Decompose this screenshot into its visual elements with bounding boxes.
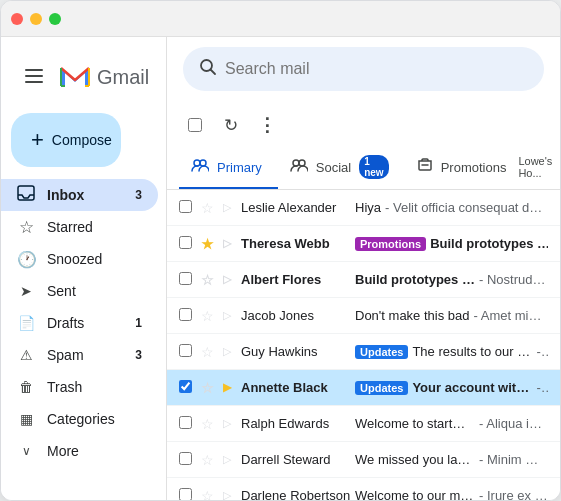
star-icon[interactable]: ☆ <box>201 416 219 432</box>
important-icon[interactable]: ▷ <box>223 273 237 286</box>
row-checkbox[interactable] <box>179 488 197 501</box>
sidebar-item-spam[interactable]: ⚠Spam3 <box>1 339 158 371</box>
email-subject: The results to our user testing <box>412 344 532 359</box>
important-icon[interactable]: ▷ <box>223 309 237 322</box>
important-icon[interactable]: ▷ <box>223 417 237 430</box>
social-tab-badge: 1 new <box>359 155 388 179</box>
email-row[interactable]: ☆ ▶ Annette Black Updates Your account w… <box>167 370 560 406</box>
email-row[interactable]: ☆ ▷ Darlene Robertson Welcome to our mai… <box>167 478 560 500</box>
email-snippet: - Non deserunt ullamco <box>536 380 548 395</box>
sidebar-item-sent[interactable]: ➤Sent <box>1 275 158 307</box>
window-minimize-dot[interactable] <box>30 13 42 25</box>
nav-badge-spam: 3 <box>135 348 142 362</box>
sidebar: Gmail + Compose Inbox3☆Starred🕐Snoozed➤S… <box>1 37 166 500</box>
social-tab-icon <box>290 158 308 176</box>
row-checkbox[interactable] <box>179 200 197 216</box>
search-input[interactable] <box>225 60 528 78</box>
window-close-dot[interactable] <box>11 13 23 25</box>
star-icon[interactable]: ☆ <box>201 200 219 216</box>
email-checkbox[interactable] <box>179 416 192 429</box>
sidebar-item-categories[interactable]: ▦Categories <box>1 403 158 435</box>
row-checkbox[interactable] <box>179 344 197 360</box>
email-checkbox[interactable] <box>179 380 192 393</box>
tab-social[interactable]: Social 1 new <box>278 145 405 189</box>
star-icon[interactable]: ☆ <box>201 272 219 288</box>
nav-label-drafts: Drafts <box>47 315 123 331</box>
important-icon[interactable]: ▷ <box>223 201 237 214</box>
row-checkbox[interactable] <box>179 380 197 396</box>
sidebar-item-trash[interactable]: 🗑Trash <box>1 371 158 403</box>
title-bar <box>1 1 560 37</box>
email-checkbox[interactable] <box>179 236 192 249</box>
row-checkbox[interactable] <box>179 452 197 468</box>
row-checkbox[interactable] <box>179 272 197 288</box>
important-icon[interactable]: ▷ <box>223 489 237 500</box>
label-updates: Updates <box>355 381 408 395</box>
svg-point-7 <box>200 160 206 166</box>
nav-label-categories: Categories <box>47 411 142 427</box>
email-row[interactable]: ☆ ▷ Guy Hawkins Updates The results to o… <box>167 334 560 370</box>
select-all-input[interactable] <box>188 118 202 132</box>
important-icon[interactable]: ▷ <box>223 453 237 466</box>
window-maximize-dot[interactable] <box>49 13 61 25</box>
email-checkbox[interactable] <box>179 488 192 501</box>
email-checkbox[interactable] <box>179 452 192 465</box>
email-row[interactable]: ☆ ▷ Leslie Alexander Hiya - Velit offici… <box>167 190 560 226</box>
email-checkbox[interactable] <box>179 272 192 285</box>
email-row[interactable]: ☆ ▷ Ralph Edwards Welcome to startmail -… <box>167 406 560 442</box>
email-subject: Your account with us <box>412 380 532 395</box>
drafts-icon: 📄 <box>17 315 35 331</box>
row-checkbox[interactable] <box>179 308 197 324</box>
svg-line-5 <box>211 69 216 74</box>
row-checkbox[interactable] <box>179 416 197 432</box>
compose-button[interactable]: + Compose <box>11 113 121 167</box>
tab-promotions[interactable]: Promotions Lowe's Ho... <box>405 145 560 189</box>
star-icon[interactable]: ☆ <box>201 452 219 468</box>
categories-icon: ▦ <box>17 411 35 427</box>
email-sender: Annette Black <box>241 380 351 395</box>
more-options-button[interactable]: ⋮ <box>251 109 283 141</box>
email-row[interactable]: ★ ▷ Theresa Webb Promotions Build protot… <box>167 226 560 262</box>
email-checkbox[interactable] <box>179 308 192 321</box>
email-content: Welcome to startmail - Aliqua id fugiat … <box>355 416 548 431</box>
email-row[interactable]: ☆ ▷ Albert Flores Build prototypes witho… <box>167 262 560 298</box>
promotions-tab-snippet: Lowe's Ho... <box>518 155 552 179</box>
nav-list: Inbox3☆Starred🕐Snoozed➤Sent📄Drafts1⚠Spam… <box>1 179 166 467</box>
select-all-checkbox[interactable] <box>179 109 211 141</box>
starred-icon: ☆ <box>17 217 35 238</box>
important-icon[interactable]: ▷ <box>223 345 237 358</box>
sidebar-item-starred[interactable]: ☆Starred <box>1 211 158 243</box>
sidebar-item-drafts[interactable]: 📄Drafts1 <box>1 307 158 339</box>
email-snippet: - Minim mollit non deserunt u <box>479 452 548 467</box>
email-row[interactable]: ☆ ▷ Darrell Steward We missed you last n… <box>167 442 560 478</box>
sidebar-item-more[interactable]: ∨More <box>1 435 158 467</box>
star-icon[interactable]: ★ <box>201 236 219 252</box>
more-icon: ∨ <box>17 444 35 458</box>
important-icon[interactable]: ▷ <box>223 237 237 250</box>
email-content: Promotions Build prototypes without code… <box>355 236 548 251</box>
nav-label-more: More <box>47 443 142 459</box>
sidebar-item-inbox[interactable]: Inbox3 <box>1 179 158 211</box>
hamburger-menu-icon[interactable] <box>17 59 51 96</box>
email-sender: Ralph Edwards <box>241 416 351 431</box>
label-promotions: Promotions <box>355 237 426 251</box>
refresh-button[interactable]: ↻ <box>215 109 247 141</box>
star-icon[interactable]: ☆ <box>201 380 219 396</box>
row-checkbox[interactable] <box>179 236 197 252</box>
email-subject: Welcome to startmail <box>355 416 475 431</box>
important-icon[interactable]: ▶ <box>223 381 237 394</box>
email-checkbox[interactable] <box>179 200 192 213</box>
tab-primary[interactable]: Primary <box>179 145 278 189</box>
label-updates: Updates <box>355 345 408 359</box>
email-checkbox[interactable] <box>179 344 192 357</box>
email-content: Welcome to our mailing list - Irure ex d… <box>355 488 548 500</box>
svg-point-9 <box>299 160 305 166</box>
email-row[interactable]: ☆ ▷ Jacob Jones Don't make this bad - Am… <box>167 298 560 334</box>
nav-label-trash: Trash <box>47 379 142 395</box>
star-icon[interactable]: ☆ <box>201 488 219 501</box>
star-icon[interactable]: ☆ <box>201 308 219 324</box>
nav-label-snoozed: Snoozed <box>47 251 142 267</box>
sidebar-item-snoozed[interactable]: 🕐Snoozed <box>1 243 158 275</box>
email-snippet: - Irure ex duis ea quis id qu <box>479 488 548 500</box>
star-icon[interactable]: ☆ <box>201 344 219 360</box>
